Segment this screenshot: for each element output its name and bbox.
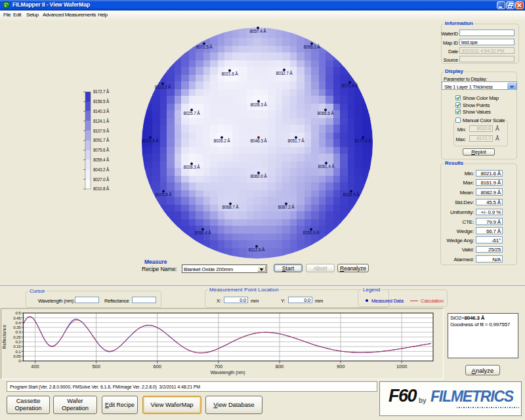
svg-text:8010.8 Å: 8010.8 Å <box>93 186 110 191</box>
svg-text:8107.9 Å: 8107.9 Å <box>93 128 110 133</box>
svg-text:8171.8 Å: 8171.8 Å <box>341 83 358 88</box>
svg-text:8140.3 Å: 8140.3 Å <box>93 108 110 114</box>
svg-text:0.2: 0.2 <box>15 339 21 344</box>
svg-text:8057.4 Å: 8057.4 Å <box>249 28 266 33</box>
svg-text:0.3: 0.3 <box>15 329 21 334</box>
svg-text:8021.5 Å: 8021.5 Å <box>142 138 159 143</box>
svg-text:8087.2 Å: 8087.2 Å <box>278 204 295 209</box>
svg-text:0.1: 0.1 <box>15 349 21 354</box>
svg-text:0: 0 <box>18 358 21 363</box>
svg-text:8095.1 Å: 8095.1 Å <box>303 44 320 49</box>
svg-text:Reflectance: Reflectance <box>2 324 7 348</box>
svg-text:8075.6 Å: 8075.6 Å <box>93 147 110 152</box>
svg-text:0.15: 0.15 <box>13 344 21 348</box>
svg-text:500: 500 <box>92 364 100 369</box>
svg-text:Wavelength (nm): Wavelength (nm) <box>210 370 245 375</box>
svg-text:8113.2 Å: 8113.2 Å <box>155 84 171 89</box>
svg-text:400: 400 <box>31 364 39 369</box>
svg-text:8060.0 Å: 8060.0 Å <box>250 173 267 178</box>
svg-text:8091.7 Å: 8091.7 Å <box>93 137 110 142</box>
svg-text:8066.6 Å: 8066.6 Å <box>317 110 334 116</box>
svg-text:0.45: 0.45 <box>13 316 21 320</box>
svg-text:8021.6 Å: 8021.6 Å <box>221 71 238 76</box>
svg-text:8124.1 Å: 8124.1 Å <box>93 118 110 123</box>
svg-text:8112.6 Å: 8112.6 Å <box>249 247 265 252</box>
svg-text:0.4: 0.4 <box>15 320 21 325</box>
svg-text:8150.9 Å: 8150.9 Å <box>303 230 320 235</box>
svg-text:900: 900 <box>337 364 345 369</box>
svg-text:8043.2 Å: 8043.2 Å <box>93 167 110 172</box>
svg-text:8126.5 Å: 8126.5 Å <box>343 192 360 197</box>
svg-text:8027.0 Å: 8027.0 Å <box>93 177 110 182</box>
svg-text:1000: 1000 <box>396 364 407 369</box>
svg-text:0.5: 0.5 <box>15 310 21 315</box>
svg-text:8081.4 Å: 8081.4 Å <box>318 163 335 169</box>
svg-text:8068.7 Å: 8068.7 Å <box>222 204 239 209</box>
svg-text:8028.3 Å: 8028.3 Å <box>183 164 200 169</box>
svg-text:0.35: 0.35 <box>13 325 21 329</box>
svg-text:8177.6 Å: 8177.6 Å <box>354 138 371 143</box>
svg-text:0.25: 0.25 <box>13 335 21 339</box>
svg-text:8051.7 Å: 8051.7 Å <box>287 138 304 143</box>
svg-text:8059.4 Å: 8059.4 Å <box>93 157 110 162</box>
svg-text:8105.8 Å: 8105.8 Å <box>155 192 172 197</box>
svg-text:0.05: 0.05 <box>13 354 21 358</box>
svg-text:8028.3 Å: 8028.3 Å <box>250 102 267 107</box>
svg-text:8071.5 Å: 8071.5 Å <box>196 44 213 49</box>
svg-text:8046.3 Å: 8046.3 Å <box>250 138 267 143</box>
svg-text:8025.7 Å: 8025.7 Å <box>183 110 200 116</box>
svg-text:8156.5 Å: 8156.5 Å <box>93 98 110 104</box>
svg-text:8172.7 Å: 8172.7 Å <box>93 89 110 94</box>
svg-text:8026.2 Å: 8026.2 Å <box>213 138 230 143</box>
svg-text:8090.4 Å: 8090.4 Å <box>194 230 211 235</box>
svg-text:600: 600 <box>154 364 161 369</box>
svg-text:700: 700 <box>215 364 222 369</box>
svg-text:800: 800 <box>276 364 284 369</box>
svg-text:8032.7 Å: 8032.7 Å <box>276 70 293 75</box>
